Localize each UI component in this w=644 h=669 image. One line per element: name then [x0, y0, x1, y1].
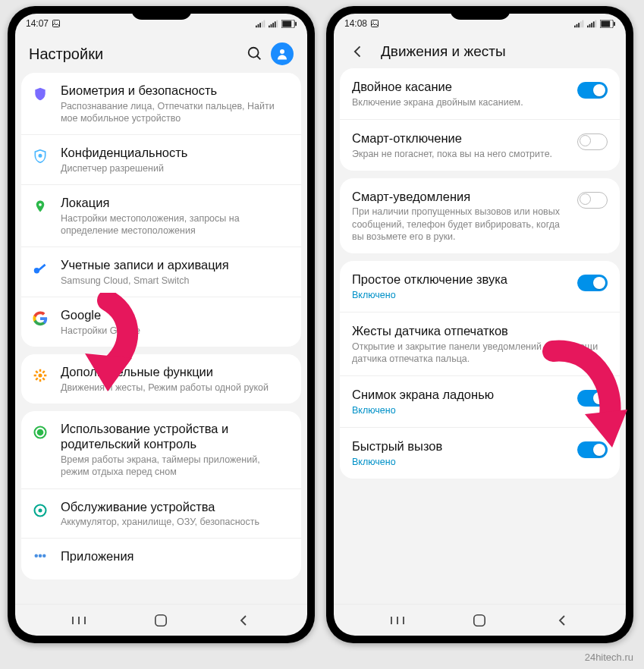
svg-point-36 — [39, 554, 42, 558]
gesture-item-smart-stay[interactable]: Смарт-отключение Экран не погаснет, пока… — [340, 120, 620, 171]
svg-point-17 — [280, 49, 284, 54]
settings-item-apps[interactable]: Приложения — [21, 539, 301, 579]
gesture-item-palm-swipe[interactable]: Снимок экрана ладонью Включено — [340, 376, 620, 428]
svg-rect-2 — [256, 26, 257, 28]
item-title: Смарт-уведомления — [352, 189, 570, 205]
svg-rect-3 — [258, 24, 259, 27]
gesture-item-easy-mute[interactable]: Простое отключение звука Включено — [340, 261, 620, 313]
nav-home-button[interactable] — [460, 609, 498, 632]
apps-grid-icon — [30, 550, 50, 570]
toggle-switch[interactable] — [577, 390, 608, 407]
toggle-switch[interactable] — [577, 192, 608, 209]
phone-left: 14:07 Настройки — [8, 6, 315, 643]
navigation-bar — [334, 604, 626, 636]
svg-point-34 — [39, 508, 42, 512]
search-icon[interactable] — [247, 46, 263, 62]
nav-back-button[interactable] — [225, 609, 262, 632]
page-title: Движения и жесты — [381, 43, 612, 60]
svg-line-29 — [36, 378, 38, 380]
wellbeing-icon — [30, 422, 50, 442]
notch — [131, 6, 192, 20]
svg-rect-0 — [53, 20, 60, 27]
settings-item-biometrics[interactable]: Биометрия и безопасность Распознавание л… — [21, 73, 301, 135]
signal-icon-2 — [587, 19, 598, 28]
svg-point-43 — [372, 21, 374, 23]
toggle-switch[interactable] — [577, 133, 608, 150]
svg-rect-9 — [272, 23, 274, 27]
svg-rect-46 — [578, 23, 580, 27]
svg-point-35 — [35, 554, 39, 558]
svg-rect-49 — [587, 26, 589, 28]
settings-item-advanced[interactable]: Дополнительные функции Движения и жесты,… — [21, 354, 301, 404]
settings-item-location[interactable]: Локация Настройки местоположения, запрос… — [21, 185, 301, 247]
settings-item-device-care[interactable]: Обслуживание устройства Аккумулятор, хра… — [21, 489, 301, 539]
gesture-item-double-tap[interactable]: Двойное касание Включение экрана двойным… — [340, 68, 620, 120]
item-subtitle: Включено — [352, 404, 570, 416]
item-title: Простое отключение звука — [352, 272, 570, 287]
svg-rect-8 — [271, 24, 272, 27]
battery-icon — [281, 20, 297, 28]
svg-rect-47 — [580, 21, 582, 27]
svg-point-20 — [34, 268, 39, 273]
svg-rect-53 — [595, 20, 597, 28]
picture-icon — [52, 19, 61, 28]
signal-icon-2 — [269, 19, 279, 28]
settings-item-accounts[interactable]: Учетные записи и архивация Samsung Cloud… — [21, 247, 301, 297]
item-title: Google — [61, 307, 289, 323]
battery-icon — [600, 20, 615, 28]
item-subtitle: Настройки местоположения, запросы на опр… — [61, 212, 289, 237]
nav-recent-button[interactable] — [379, 609, 416, 632]
svg-rect-45 — [576, 24, 578, 27]
item-title: Использование устройства и родительский … — [61, 421, 289, 452]
toggle-switch[interactable] — [577, 275, 608, 291]
watermark: 24hitech.ru — [585, 652, 633, 663]
svg-line-30 — [42, 371, 45, 373]
svg-point-18 — [39, 155, 41, 157]
svg-point-19 — [39, 203, 42, 206]
notch — [450, 6, 510, 20]
gesture-item-direct-call[interactable]: Быстрый вызов Включено — [340, 428, 620, 479]
item-title: Снимок экрана ладонью — [352, 387, 570, 403]
item-subtitle: Время работы экрана, таймеры приложений,… — [61, 454, 289, 479]
svg-rect-4 — [259, 23, 261, 27]
item-title: Смарт-отключение — [352, 130, 570, 146]
status-time: 14:08 — [344, 18, 367, 29]
svg-rect-56 — [614, 21, 615, 25]
settings-item-google[interactable]: Google Настройки Google — [21, 297, 301, 347]
key-icon — [30, 259, 50, 278]
svg-rect-42 — [372, 20, 379, 27]
svg-rect-13 — [282, 20, 291, 27]
nav-back-button[interactable] — [543, 609, 581, 632]
svg-rect-55 — [601, 20, 610, 27]
lock-shield-icon — [30, 146, 50, 166]
gesture-item-smart-alert[interactable]: Смарт-уведомления При наличии пропущенны… — [340, 178, 620, 253]
item-subtitle: При наличии пропущенных вызовов или новы… — [352, 206, 570, 243]
item-title: Двойное касание — [352, 79, 570, 95]
settings-item-wellbeing[interactable]: Использование устройства и родительский … — [21, 411, 301, 489]
gesture-item-fingerprint[interactable]: Жесты датчика отпечатков Открытие и закр… — [340, 313, 620, 376]
google-icon — [30, 309, 50, 328]
nav-home-button[interactable] — [142, 609, 180, 632]
svg-rect-41 — [156, 614, 166, 625]
item-title: Локация — [61, 195, 289, 211]
toggle-switch[interactable] — [577, 441, 608, 458]
svg-point-37 — [42, 554, 46, 558]
shield-icon — [30, 84, 50, 104]
svg-rect-50 — [589, 24, 591, 27]
toggle-switch[interactable] — [577, 82, 608, 99]
back-button[interactable] — [347, 42, 369, 61]
profile-avatar[interactable] — [271, 42, 294, 65]
picture-icon — [370, 19, 379, 28]
settings-item-privacy[interactable]: Конфиденциальность Диспетчер разрешений — [21, 135, 301, 185]
item-title: Обслуживание устройства — [61, 499, 289, 515]
nav-recent-button[interactable] — [60, 609, 98, 632]
navigation-bar — [15, 604, 307, 636]
item-title: Биометрия и безопасность — [61, 83, 289, 99]
svg-point-32 — [38, 429, 43, 435]
svg-rect-10 — [275, 21, 276, 27]
item-subtitle: Включение экрана двойным касанием. — [352, 96, 570, 108]
page-title: Настройки — [29, 46, 239, 63]
signal-icon — [256, 19, 266, 28]
svg-rect-14 — [295, 21, 297, 25]
item-subtitle: Распознавание лица, Отпечатки пальцев, Н… — [61, 100, 289, 125]
